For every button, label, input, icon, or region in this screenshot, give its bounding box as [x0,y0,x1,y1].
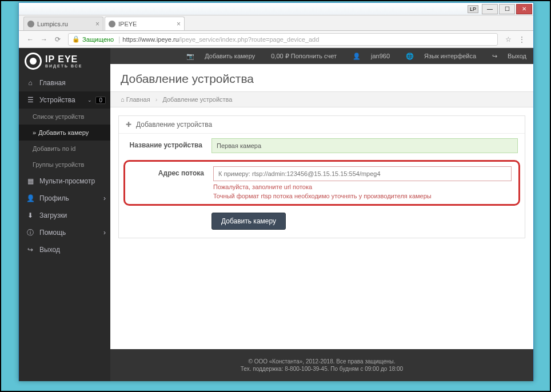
list-icon: ☰ [26,96,35,104]
secure-label: Защищено [82,36,114,43]
stream-address-label: Адрес потока [132,166,213,177]
stream-address-input[interactable] [213,166,512,181]
nav-devices[interactable]: ☰Устройства⌄0 [19,91,110,109]
user-icon: 👤 [26,194,35,202]
breadcrumb: ⌂ Главная › Добавление устройства [110,91,533,107]
subnav-add-by-id[interactable]: Добавить по id [19,141,110,157]
reload-icon[interactable]: ⟳ [53,35,62,43]
favicon-icon [27,21,34,27]
chevron-right-icon: › [103,229,106,237]
address-bar: ← → ⟳ 🔒 Защищено | https://www.ipeye.ru/… [19,31,533,48]
nav-logout[interactable]: ↪Выход [19,241,110,258]
home-icon: ⌂ [121,96,125,103]
error-highlight: Адрес потока Пожалуйста, заполните url п… [123,160,520,206]
nav-multiview[interactable]: ▦Мульти-просмотр [19,173,110,190]
lock-icon: 🔒 [72,35,80,43]
topbar-lang[interactable]: 🌐Язык интерфейса [398,53,476,60]
tab-lumpics[interactable]: Lumpics.ru × [23,17,103,30]
browser-tabstrip: Lumpics.ru × IPEYE × [19,15,533,31]
nav-home[interactable]: ⌂Главная [19,74,110,91]
logo: IP EYE ВИДЕТЬ ВСЕ [19,48,110,74]
maximize-button[interactable]: ☐ [499,4,515,14]
globe-icon: 🌐 [406,53,414,60]
menu-icon[interactable]: ⋮ [517,35,526,43]
topbar-balance[interactable]: 0,00 ₽ Пополнить счет [263,53,337,60]
panel-header: ✚ Добавление устройства [119,116,525,134]
url-input[interactable]: 🔒 Защищено | https://www.ipeye.ru/ipeye_… [68,33,498,46]
logo-eye-icon [25,53,42,70]
minimize-button[interactable]: — [482,4,498,14]
form-panel: ✚ Добавление устройства Название устройс… [118,115,525,238]
topbar-logout[interactable]: ↪Выход [484,53,526,60]
device-name-label: Название устройства [126,138,211,149]
topbar-add-camera[interactable]: 📷Добавить камеру [178,53,255,60]
lp-badge: LP [468,5,478,13]
plus-icon: ✚ [126,121,131,129]
error-message-1: Пожалуйста, заполните url потока [213,183,512,190]
close-button[interactable]: ✕ [516,4,532,14]
topbar: 📷Добавить камеру 0,00 ₽ Пополнить счет 👤… [110,48,533,64]
home-icon: ⌂ [26,79,35,87]
page-title: Добавление устройства [110,64,533,91]
back-icon[interactable]: ← [26,35,35,43]
star-icon[interactable]: ☆ [504,35,513,43]
footer-support: Тех. поддержка: 8-800-100-39-45. По будн… [110,366,533,372]
close-tab-icon[interactable]: × [95,20,99,28]
subnav-add-camera[interactable]: Добавить камеру [19,125,110,141]
subnav-device-list[interactable]: Список устройств [19,109,110,125]
tab-label: Lumpics.ru [37,21,68,27]
footer-copyright: © ООО «Константа», 2012-2018. Все права … [110,358,533,365]
chevron-down-icon: ⌄ [87,97,92,103]
breadcrumb-current: Добавление устройства [162,96,232,103]
sidebar: IP EYE ВИДЕТЬ ВСЕ ⌂Главная ☰Устройства⌄0… [19,48,110,381]
close-tab-icon[interactable]: × [177,20,181,28]
grid-icon: ▦ [26,177,35,185]
nav-profile[interactable]: 👤Профиль› [19,190,110,207]
topbar-user[interactable]: 👤jan960 [345,53,390,60]
error-message-2: Точный формат rtsp потока необходимо уто… [213,193,512,199]
subnav-device-groups[interactable]: Группы устройств [19,157,110,173]
nav-downloads[interactable]: ⬇Загрузки [19,207,110,224]
chevron-right-icon: › [155,96,158,103]
add-camera-button[interactable]: Добавить камеру [211,213,286,230]
camera-icon: 📷 [186,53,194,60]
tab-label: IPEYE [118,21,137,27]
forward-icon[interactable]: → [39,35,49,43]
favicon-icon [109,21,115,27]
logout-icon: ↪ [492,53,497,60]
info-icon: ⓘ [26,228,35,238]
logout-icon: ↪ [26,246,35,254]
chevron-right-icon: › [103,194,106,202]
device-name-input[interactable] [211,138,518,153]
tab-ipeye[interactable]: IPEYE × [105,17,185,30]
footer: © ООО «Константа», 2012-2018. Все права … [110,349,533,381]
breadcrumb-home[interactable]: Главная [126,96,150,103]
nav-help[interactable]: ⓘПомощь› [19,224,110,241]
download-icon: ⬇ [26,211,35,219]
user-icon: 👤 [353,53,361,60]
window-titlebar: LP — ☐ ✕ [19,3,533,15]
